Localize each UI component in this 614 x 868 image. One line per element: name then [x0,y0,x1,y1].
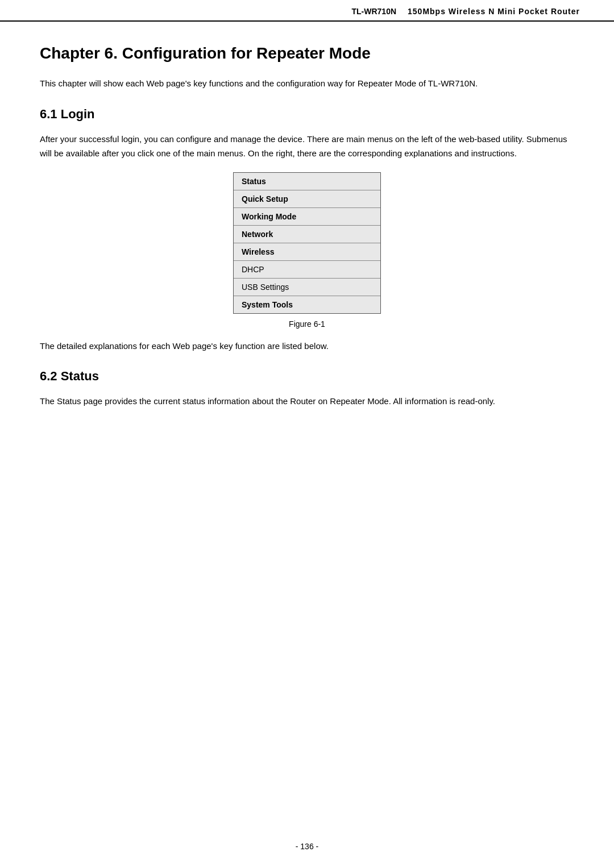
menu-item: Working Mode [234,208,380,226]
content-area: Chapter 6. Configuration for Repeater Mo… [0,22,614,454]
menu-box: StatusQuick SetupWorking ModeNetworkWire… [233,172,381,314]
menu-item: DHCP [234,261,380,279]
chapter-title: Chapter 6. Configuration for Repeater Mo… [40,44,574,63]
page-number: - 136 - [0,842,614,851]
header-bar: TL-WR710N 150Mbps Wireless N Mini Pocket… [0,0,614,22]
chapter-intro: This chapter will show each Web page's k… [40,76,574,91]
section-62-title: 6.2 Status [40,369,574,384]
menu-item: Network [234,226,380,243]
menu-figure-container: StatusQuick SetupWorking ModeNetworkWire… [40,172,574,329]
section-62-paragraph: The Status page provides the current sta… [40,394,574,409]
menu-item: Quick Setup [234,190,380,208]
menu-item: Status [234,173,380,190]
figure-caption: Figure 6-1 [289,319,325,329]
menu-item: Wireless [234,243,380,261]
menu-item: System Tools [234,296,380,313]
header-title: 150Mbps Wireless N Mini Pocket Router [408,7,580,16]
menu-item: USB Settings [234,279,380,296]
page-container: TL-WR710N 150Mbps Wireless N Mini Pocket… [0,0,614,868]
header-model: TL-WR710N [351,7,396,16]
section-61-title: 6.1 Login [40,107,574,122]
section-61-paragraph: After your successful login, you can con… [40,132,574,161]
after-figure-text: The detailed explanations for each Web p… [40,339,574,354]
